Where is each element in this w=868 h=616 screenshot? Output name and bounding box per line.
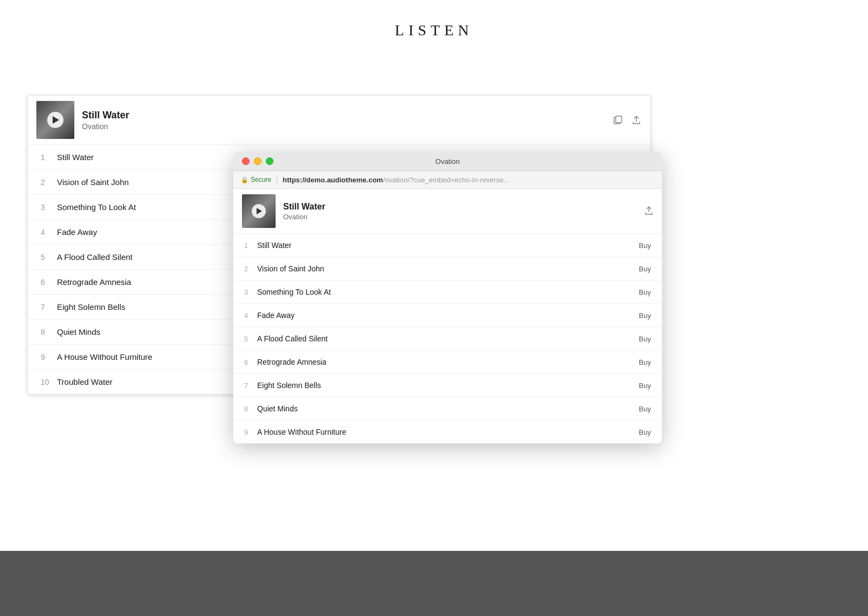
play-icon — [53, 116, 59, 124]
url-base: https://demo.audiotheme.com — [283, 176, 383, 184]
embed-track-name: Still Water — [283, 202, 644, 212]
embed-track-number: 1 — [244, 242, 257, 250]
embed-track-item[interactable]: 3 Something To Look At Buy — [233, 281, 662, 304]
player-info: Still Water Ovation — [82, 110, 612, 131]
embed-track-number: 7 — [244, 382, 257, 390]
traffic-lights — [242, 157, 273, 165]
buy-button[interactable]: Buy — [639, 288, 651, 296]
embed-track-item[interactable]: 7 Eight Solemn Bells Buy — [233, 374, 662, 397]
track-number: 1 — [41, 153, 57, 162]
embed-album-name: Ovation — [283, 213, 644, 221]
embed-track-name: A House Without Furniture — [257, 428, 639, 436]
embed-track-name: Fade Away — [257, 311, 639, 320]
embed-track-item[interactable]: 6 Retrograde Amnesia Buy — [233, 351, 662, 374]
buy-button[interactable]: Buy — [639, 335, 651, 343]
album-thumbnail — [36, 101, 74, 139]
close-window-button[interactable] — [242, 157, 250, 165]
track-number: 9 — [41, 353, 57, 361]
embed-track-name: Something To Look At — [257, 288, 639, 296]
track-number: 7 — [41, 303, 57, 312]
player-header: Still Water Ovation — [28, 96, 650, 145]
embed-track-number: 3 — [244, 288, 257, 296]
embed-player-header: Still Water Ovation — [233, 189, 662, 234]
embed-track-number: 6 — [244, 358, 257, 366]
embed-play-icon — [257, 208, 262, 214]
embed-player-info: Still Water Ovation — [283, 202, 644, 221]
embedded-player: Still Water Ovation 1 Still Water Buy 2 … — [233, 189, 662, 443]
embed-track-number: 9 — [244, 428, 257, 436]
track-number: 2 — [41, 178, 57, 187]
copy-button[interactable] — [612, 115, 623, 125]
embed-track-number: 8 — [244, 405, 257, 413]
buy-button[interactable]: Buy — [639, 265, 651, 273]
embed-track-name: Quiet Minds — [257, 404, 639, 413]
secure-badge: 🔒 Secure — [241, 176, 271, 183]
browser-addressbar: 🔒 Secure https://demo.audiotheme.com/ova… — [233, 171, 662, 189]
track-number: 10 — [41, 378, 57, 386]
bottom-background — [0, 551, 868, 616]
buy-button[interactable]: Buy — [639, 428, 651, 436]
embed-album-thumbnail — [242, 194, 276, 228]
embed-track-name: A Flood Called Silent — [257, 334, 639, 343]
embed-play-button[interactable] — [252, 204, 266, 218]
page-title: LISTEN — [0, 22, 868, 39]
browser-window: Ovation 🔒 Secure https://demo.audiotheme… — [233, 152, 662, 443]
browser-window-title: Ovation — [436, 157, 460, 166]
svg-rect-1 — [616, 116, 622, 123]
url-rest: /ovation/?cue_embed=echo-in-reverse... — [383, 176, 509, 184]
track-number: 6 — [41, 278, 57, 287]
buy-button[interactable]: Buy — [639, 405, 651, 413]
embed-track-name: Vision of Saint John — [257, 264, 639, 273]
embed-track-number: 4 — [244, 312, 257, 320]
lock-icon: 🔒 — [241, 176, 248, 183]
embed-track-item[interactable]: 1 Still Water Buy — [233, 234, 662, 257]
secure-label: Secure — [251, 176, 271, 183]
minimize-window-button[interactable] — [254, 157, 261, 165]
embed-track-item[interactable]: 9 A House Without Furniture Buy — [233, 421, 662, 443]
player-actions — [612, 115, 642, 125]
embed-track-name: Retrograde Amnesia — [257, 358, 639, 366]
embed-track-number: 5 — [244, 335, 257, 343]
embed-track-item[interactable]: 2 Vision of Saint John Buy — [233, 257, 662, 281]
track-number: 3 — [41, 203, 57, 212]
browser-titlebar: Ovation — [233, 152, 662, 171]
track-number: 5 — [41, 253, 57, 262]
player-track-name: Still Water — [82, 110, 612, 121]
embed-share-button[interactable] — [644, 206, 653, 217]
play-button[interactable] — [47, 112, 63, 128]
buy-button[interactable]: Buy — [639, 382, 651, 390]
embed-track-item[interactable]: 4 Fade Away Buy — [233, 304, 662, 327]
embed-track-item[interactable]: 8 Quiet Minds Buy — [233, 397, 662, 421]
url-text: https://demo.audiotheme.com/ovation/?cue… — [283, 176, 509, 184]
embed-track-list: 1 Still Water Buy 2 Vision of Saint John… — [233, 234, 662, 443]
embed-track-number: 2 — [244, 265, 257, 273]
track-number: 4 — [41, 228, 57, 237]
share-button[interactable] — [631, 115, 642, 125]
player-album-name: Ovation — [82, 122, 612, 131]
embed-track-name: Still Water — [257, 241, 639, 250]
url-separator — [277, 175, 277, 184]
buy-button[interactable]: Buy — [639, 358, 651, 366]
maximize-window-button[interactable] — [266, 157, 273, 165]
embed-track-name: Eight Solemn Bells — [257, 381, 639, 390]
track-number: 8 — [41, 328, 57, 336]
buy-button[interactable]: Buy — [639, 312, 651, 320]
buy-button[interactable]: Buy — [639, 242, 651, 250]
embed-track-item[interactable]: 5 A Flood Called Silent Buy — [233, 327, 662, 351]
page-header: LISTEN — [0, 0, 868, 72]
